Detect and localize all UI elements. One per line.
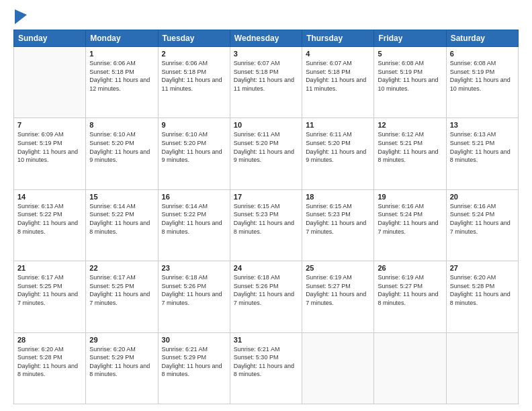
- day-number: 10: [234, 121, 298, 129]
- day-number: 17: [234, 193, 298, 201]
- svg-marker-0: [15, 9, 27, 24]
- sunrise-text: Sunrise: 6:18 AM: [162, 274, 208, 281]
- daylight-text: Daylight: 11 hours and 8 minutes.: [89, 220, 150, 235]
- sunrise-text: Sunrise: 6:20 AM: [17, 346, 64, 353]
- calendar-cell: [374, 332, 446, 404]
- sunrise-text: Sunrise: 6:21 AM: [234, 346, 280, 353]
- calendar-cell: 10 Sunrise: 6:11 AM Sunset: 5:20 PM Dayl…: [230, 118, 302, 189]
- sunset-text: Sunset: 5:20 PM: [162, 140, 207, 146]
- day-info: Sunrise: 6:15 AM Sunset: 5:23 PM Dayligh…: [306, 202, 370, 236]
- day-number: 7: [17, 121, 82, 129]
- sunset-text: Sunset: 5:27 PM: [306, 283, 351, 289]
- sunset-text: Sunset: 5:27 PM: [378, 283, 423, 289]
- calendar-cell: 6 Sunrise: 6:08 AM Sunset: 5:19 PM Dayli…: [446, 47, 518, 118]
- sunset-text: Sunset: 5:23 PM: [306, 211, 351, 218]
- calendar-cell: [446, 332, 518, 404]
- calendar-cell: 27 Sunrise: 6:20 AM Sunset: 5:28 PM Dayl…: [446, 261, 518, 332]
- day-info: Sunrise: 6:06 AM Sunset: 5:18 PM Dayligh…: [89, 59, 154, 93]
- sunset-text: Sunset: 5:25 PM: [17, 283, 62, 289]
- sunset-text: Sunset: 5:21 PM: [450, 140, 495, 146]
- day-number: 25: [306, 264, 370, 272]
- day-info: Sunrise: 6:14 AM Sunset: 5:22 PM Dayligh…: [162, 202, 226, 236]
- daylight-text: Daylight: 11 hours and 8 minutes.: [450, 148, 511, 164]
- day-number: 14: [17, 193, 82, 201]
- sunset-text: Sunset: 5:18 PM: [234, 68, 279, 75]
- daylight-text: Daylight: 11 hours and 8 minutes.: [234, 363, 294, 378]
- calendar-cell: 17 Sunrise: 6:15 AM Sunset: 5:23 PM Dayl…: [230, 189, 302, 261]
- sunrise-text: Sunrise: 6:11 AM: [234, 131, 280, 138]
- sunset-text: Sunset: 5:19 PM: [378, 68, 423, 75]
- calendar-cell: 31 Sunrise: 6:21 AM Sunset: 5:30 PM Dayl…: [230, 332, 302, 404]
- day-number: 31: [234, 336, 298, 344]
- day-info: Sunrise: 6:21 AM Sunset: 5:30 PM Dayligh…: [234, 345, 298, 379]
- calendar-header-thursday: Thursday: [302, 30, 374, 47]
- sunset-text: Sunset: 5:18 PM: [89, 68, 134, 75]
- day-number: 19: [378, 193, 442, 201]
- sunset-text: Sunset: 5:20 PM: [306, 140, 351, 146]
- sunrise-text: Sunrise: 6:14 AM: [89, 203, 136, 210]
- sunset-text: Sunset: 5:28 PM: [17, 354, 62, 361]
- calendar-cell: 30 Sunrise: 6:21 AM Sunset: 5:29 PM Dayl…: [158, 332, 230, 404]
- day-info: Sunrise: 6:12 AM Sunset: 5:21 PM Dayligh…: [378, 130, 442, 164]
- daylight-text: Daylight: 11 hours and 8 minutes.: [89, 363, 150, 378]
- sunrise-text: Sunrise: 6:10 AM: [89, 131, 136, 138]
- calendar-cell: 22 Sunrise: 6:17 AM Sunset: 5:25 PM Dayl…: [86, 261, 158, 332]
- day-info: Sunrise: 6:20 AM Sunset: 5:29 PM Dayligh…: [89, 345, 154, 379]
- header: [13, 12, 519, 24]
- daylight-text: Daylight: 11 hours and 8 minutes.: [162, 220, 222, 235]
- day-info: Sunrise: 6:20 AM Sunset: 5:28 PM Dayligh…: [17, 345, 82, 379]
- day-info: Sunrise: 6:10 AM Sunset: 5:20 PM Dayligh…: [162, 130, 226, 164]
- calendar-week-4: 28 Sunrise: 6:20 AM Sunset: 5:28 PM Dayl…: [14, 332, 519, 404]
- sunset-text: Sunset: 5:22 PM: [162, 211, 207, 218]
- calendar-cell: 23 Sunrise: 6:18 AM Sunset: 5:26 PM Dayl…: [158, 261, 230, 332]
- daylight-text: Daylight: 11 hours and 7 minutes.: [306, 220, 366, 235]
- calendar-cell: 29 Sunrise: 6:20 AM Sunset: 5:29 PM Dayl…: [86, 332, 158, 404]
- sunrise-text: Sunrise: 6:14 AM: [162, 203, 208, 210]
- calendar-cell: 20 Sunrise: 6:16 AM Sunset: 5:24 PM Dayl…: [446, 189, 518, 261]
- sunrise-text: Sunrise: 6:06 AM: [162, 60, 208, 66]
- day-number: 11: [306, 121, 370, 129]
- daylight-text: Daylight: 11 hours and 7 minutes.: [306, 291, 366, 306]
- daylight-text: Daylight: 11 hours and 10 minutes.: [378, 77, 438, 92]
- day-number: 22: [89, 264, 154, 272]
- sunset-text: Sunset: 5:29 PM: [162, 354, 207, 361]
- sunrise-text: Sunrise: 6:20 AM: [450, 274, 496, 281]
- sunset-text: Sunset: 5:30 PM: [234, 354, 279, 361]
- daylight-text: Daylight: 11 hours and 11 minutes.: [162, 77, 222, 92]
- day-number: 3: [234, 50, 298, 58]
- sunrise-text: Sunrise: 6:06 AM: [89, 60, 136, 66]
- day-info: Sunrise: 6:17 AM Sunset: 5:25 PM Dayligh…: [17, 273, 82, 307]
- day-number: 5: [378, 50, 442, 58]
- day-info: Sunrise: 6:21 AM Sunset: 5:29 PM Dayligh…: [162, 345, 226, 379]
- day-number: 13: [450, 121, 515, 129]
- calendar-cell: 13 Sunrise: 6:13 AM Sunset: 5:21 PM Dayl…: [446, 118, 518, 189]
- calendar-cell: [302, 332, 374, 404]
- sunrise-text: Sunrise: 6:15 AM: [234, 203, 280, 210]
- calendar-cell: 28 Sunrise: 6:20 AM Sunset: 5:28 PM Dayl…: [14, 332, 86, 404]
- calendar-cell: 8 Sunrise: 6:10 AM Sunset: 5:20 PM Dayli…: [86, 118, 158, 189]
- sunrise-text: Sunrise: 6:09 AM: [17, 131, 64, 138]
- calendar-cell: 9 Sunrise: 6:10 AM Sunset: 5:20 PM Dayli…: [158, 118, 230, 189]
- sunrise-text: Sunrise: 6:18 AM: [234, 274, 280, 281]
- daylight-text: Daylight: 11 hours and 10 minutes.: [450, 77, 511, 92]
- day-info: Sunrise: 6:19 AM Sunset: 5:27 PM Dayligh…: [378, 273, 442, 307]
- day-number: 9: [162, 121, 226, 129]
- day-info: Sunrise: 6:11 AM Sunset: 5:20 PM Dayligh…: [234, 130, 298, 164]
- daylight-text: Daylight: 11 hours and 7 minutes.: [162, 291, 222, 306]
- calendar-cell: 4 Sunrise: 6:07 AM Sunset: 5:18 PM Dayli…: [302, 47, 374, 118]
- sunrise-text: Sunrise: 6:12 AM: [378, 131, 424, 138]
- sunset-text: Sunset: 5:20 PM: [89, 140, 134, 146]
- day-info: Sunrise: 6:17 AM Sunset: 5:25 PM Dayligh…: [89, 273, 154, 307]
- day-number: 29: [89, 336, 154, 344]
- day-info: Sunrise: 6:20 AM Sunset: 5:28 PM Dayligh…: [450, 273, 515, 307]
- calendar-week-0: 1 Sunrise: 6:06 AM Sunset: 5:18 PM Dayli…: [14, 47, 519, 118]
- calendar-cell: 25 Sunrise: 6:19 AM Sunset: 5:27 PM Dayl…: [302, 261, 374, 332]
- day-info: Sunrise: 6:08 AM Sunset: 5:19 PM Dayligh…: [450, 59, 515, 93]
- calendar-header-wednesday: Wednesday: [230, 30, 302, 47]
- sunrise-text: Sunrise: 6:20 AM: [89, 346, 136, 353]
- sunset-text: Sunset: 5:26 PM: [234, 283, 279, 289]
- sunrise-text: Sunrise: 6:08 AM: [378, 60, 424, 66]
- day-info: Sunrise: 6:13 AM Sunset: 5:22 PM Dayligh…: [17, 202, 82, 236]
- day-number: 21: [17, 264, 82, 272]
- calendar-week-1: 7 Sunrise: 6:09 AM Sunset: 5:19 PM Dayli…: [14, 118, 519, 189]
